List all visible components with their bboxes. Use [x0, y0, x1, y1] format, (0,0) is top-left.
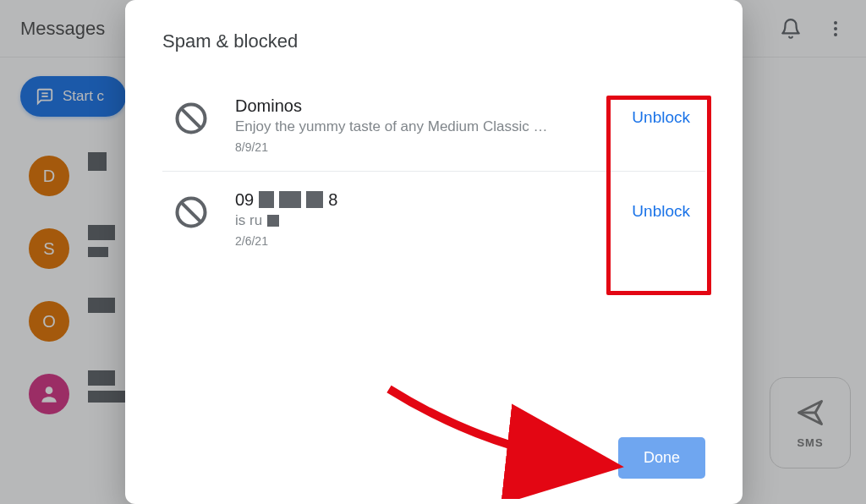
block-icon	[173, 194, 210, 231]
blocked-row: 09 8 is ru 2/6/21 Unblock	[162, 172, 705, 265]
unblock-button[interactable]: Unblock	[617, 195, 705, 227]
redaction-block	[279, 191, 301, 208]
blocked-sender: 09 8	[235, 189, 591, 211]
blocked-preview: is ru	[235, 212, 591, 229]
done-button[interactable]: Done	[618, 437, 705, 479]
blocked-row: Dominos Enjoy the yummy taste of any Med…	[162, 90, 705, 171]
redaction-block	[259, 191, 274, 208]
blocked-date: 8/9/21	[235, 140, 591, 154]
svg-line-10	[181, 202, 201, 222]
redaction-block	[306, 191, 323, 208]
redaction-block	[267, 215, 279, 227]
blocked-list: Dominos Enjoy the yummy taste of any Med…	[162, 90, 705, 265]
spam-blocked-dialog: Spam & blocked Dominos Enjoy the yummy t…	[125, 0, 743, 504]
svg-line-8	[181, 108, 201, 129]
blocked-preview: Enjoy the yummy taste of any Medium Clas…	[235, 118, 591, 135]
dialog-title: Spam & blocked	[162, 30, 705, 52]
blocked-sender: Dominos	[235, 95, 591, 117]
block-icon	[173, 100, 210, 137]
unblock-button[interactable]: Unblock	[617, 101, 705, 134]
blocked-date: 2/6/21	[235, 234, 591, 248]
